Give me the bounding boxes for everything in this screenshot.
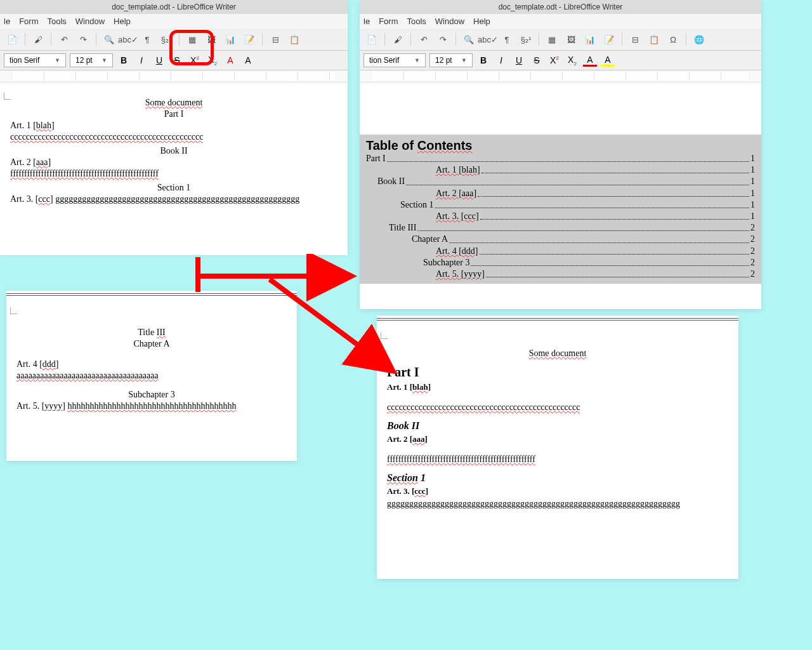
toc-entry[interactable]: Subchapter 32 [366,257,755,269]
redo-icon[interactable]: ↷ [75,31,91,48]
menu-item[interactable]: Window [435,17,464,26]
superscript-button[interactable]: X2 [547,55,561,65]
table-icon[interactable]: ▦ [544,31,560,48]
toc-entry[interactable]: Title III2 [366,222,755,234]
heading-part: Part I [10,109,337,119]
window-title: doc_template.odt - LibreOffice Writer [360,0,761,14]
clone-format-icon[interactable]: 🖌 [30,31,46,48]
field-icon[interactable]: 📋 [286,31,303,48]
font-color-icon[interactable]: A [583,55,597,67]
heading-part: Part I [387,365,728,380]
toc-entry[interactable]: Art. 5. [yyyy]2 [366,269,755,280]
chart-icon[interactable]: 📊 [582,31,598,48]
new-icon[interactable]: 📄 [363,31,380,48]
undo-icon[interactable]: ↶ [56,31,72,48]
spellcheck-icon[interactable]: abc✓ [480,31,496,48]
font-size-input[interactable]: 12 pt▼ [70,53,113,67]
article: Art. 2 [aaa] [10,157,337,168]
formatting-marks-icon[interactable]: ¶ [139,31,155,48]
toc-entry[interactable]: Art. 3. [ccc]1 [366,211,755,222]
body-text: aaaaaaaaaaaaaaaaaaaaaaaaaaaaaaaaaaaa [16,371,287,381]
toc-entry[interactable]: Art. 2 [aaa]1 [366,188,755,199]
heading-subchapter: Subchapter 3 [16,390,287,400]
doc-title: Some document [10,98,337,108]
menubar: le Form Tools Window Help [0,14,348,29]
new-icon[interactable]: 📄 [4,31,20,48]
clone-format-icon[interactable]: 🖌 [390,31,406,48]
window-after-bottom: Some document Part I Art. 1 [blah] ccccc… [377,315,738,579]
font-color-icon[interactable]: A [223,55,237,65]
window-before-2: Title III Chapter A Art. 4 [ddd] aaaaaaa… [6,291,297,461]
textbox-icon[interactable]: 📝 [241,31,258,48]
pagebreak-icon[interactable]: ⊟ [627,31,643,48]
body-text: cccccccccccccccccccccccccccccccccccccccc… [387,402,728,413]
format-bar: tion Serif▼ 12 pt▼ B I U S X2 X2 A A [360,51,761,70]
font-name-input[interactable]: tion Serif▼ [4,53,66,67]
chapter-numbering-icon[interactable]: §₂¹ [518,31,534,48]
table-of-contents: Table of Contents Part I1Art. 1 [blah]1B… [360,135,761,284]
toolbar: 📄 🖌 ↶ ↷ 🔍 abc✓ ¶ §₂¹ ▦ 🖼 📊 📝 ⊟ 📋 Ω 🌐 [360,29,761,51]
highlight-annotation [169,30,214,65]
article: Art. 5. [yyyy] hhhhhhhhhhhhhhhhhhhhhhhhh… [16,401,287,411]
italic-button[interactable]: I [494,55,508,65]
italic-button[interactable]: I [134,55,148,65]
toc-entry[interactable]: Part I1 [366,153,755,164]
article: Art. 4 [ddd] [16,359,287,369]
heading-book: Book II [387,420,728,432]
redo-icon[interactable]: ↷ [435,31,451,48]
ruler [360,70,761,83]
menu-item[interactable]: Form [379,17,398,26]
menu-item[interactable]: Tools [47,17,66,26]
bold-button[interactable]: B [476,55,490,65]
font-name-input[interactable]: tion Serif▼ [363,53,426,67]
spellcheck-icon[interactable]: abc✓ [120,31,136,48]
menu-item[interactable]: Window [75,17,105,26]
toc-entry[interactable]: Art. 1 [blah]1 [366,164,755,176]
undo-icon[interactable]: ↶ [416,31,432,48]
toc-entry[interactable]: Book II1 [366,176,755,187]
hyperlink-icon[interactable]: 🌐 [691,31,707,48]
toc-entry[interactable]: Section 11 [366,199,755,211]
menubar: le Form Tools Window Help [360,14,761,29]
heading-book: Book II [10,146,337,156]
window-title: doc_template.odt - LibreOffice Writer [0,0,348,14]
underline-button[interactable]: U [152,55,166,65]
toc-title: Table of Contents [366,138,755,153]
pagebreak-icon[interactable]: ⊟ [267,31,284,48]
body-text: cccccccccccccccccccccccccccccccccccccccc… [10,132,337,142]
body-text: ffffffffffffffffffffffffffffffffffffffff… [387,454,728,465]
heading-section: Section 1 [387,472,728,484]
special-char-icon[interactable]: Ω [665,31,681,48]
article: Art. 3. [ccc] [387,486,728,496]
textbox-icon[interactable]: 📝 [601,31,617,48]
underline-button[interactable]: U [512,55,526,65]
menu-item[interactable]: Help [114,17,131,26]
body-text: gggggggggggggggggggggggggggggggggggggggg… [387,499,728,509]
chart-icon[interactable]: 📊 [222,31,239,48]
find-icon[interactable]: 🔍 [101,31,117,48]
toc-entry[interactable]: Chapter A2 [366,234,755,245]
menu-item[interactable]: Help [473,17,490,26]
menu-item[interactable]: le [4,17,10,26]
highlight-icon[interactable]: A [241,55,255,65]
menu-item[interactable]: Tools [407,17,426,26]
toc-entry[interactable]: Art. 4 [ddd]2 [366,246,755,257]
formatting-marks-icon[interactable]: ¶ [499,31,515,48]
article: Art. 1 [blah] [10,121,337,131]
image-icon[interactable]: 🖼 [563,31,579,48]
subscript-button[interactable]: X2 [565,55,579,67]
highlight-icon[interactable]: A [601,55,615,67]
menu-item[interactable]: Form [19,17,38,26]
window-after-top: doc_template.odt - LibreOffice Writer le… [360,0,761,309]
menu-item[interactable]: le [363,17,370,26]
ruler [0,70,348,83]
bold-button[interactable]: B [117,55,131,65]
strike-button[interactable]: S [530,55,544,65]
article: Art. 3. [ccc] gggggggggggggggggggggggggg… [10,194,337,204]
find-icon[interactable]: 🔍 [461,31,477,48]
font-size-input[interactable]: 12 pt▼ [429,53,473,67]
heading-chapter: Chapter A [16,339,287,349]
field-icon[interactable]: 📋 [646,31,662,48]
heading-title: Title III [16,328,287,338]
body-text: ffffffffffffffffffffffffffffffffffffffff… [10,169,337,179]
